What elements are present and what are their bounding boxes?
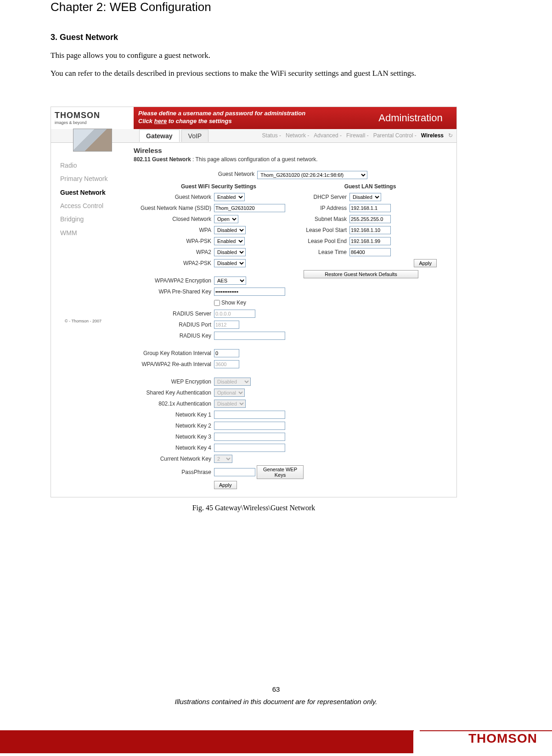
brand-bar: THOMSON bbox=[0, 717, 552, 753]
network-key-2-input[interactable] bbox=[214, 422, 285, 430]
apply-button-left[interactable]: Apply bbox=[214, 481, 237, 489]
apply-button-right[interactable]: Apply bbox=[414, 259, 437, 267]
lease-start-input[interactable] bbox=[349, 226, 391, 234]
guest-network-select[interactable]: Thom_G2631020 (02:26:24:1c:98:6f) bbox=[257, 171, 367, 179]
menu-network[interactable]: Network - bbox=[286, 132, 309, 139]
psk-input[interactable] bbox=[214, 288, 285, 296]
tab-gateway[interactable]: Gateway bbox=[139, 130, 180, 142]
mask-input[interactable] bbox=[349, 215, 391, 223]
wpa2-psk-select[interactable]: Disabled bbox=[214, 259, 246, 267]
brand-logo: THOMSON bbox=[468, 731, 537, 746]
sub-menu: Status - Network - Advanced - Firewall -… bbox=[208, 132, 456, 139]
ssid-input[interactable] bbox=[214, 204, 285, 212]
sidebar-item-bridging[interactable]: Bridging bbox=[60, 213, 129, 226]
section-title: 3. Guest Network bbox=[51, 33, 501, 42]
paragraph-1: This page allows you to configure a gues… bbox=[51, 51, 501, 61]
paragraph-2: You can refer to the details described i… bbox=[51, 68, 501, 79]
reauth-interval-input[interactable] bbox=[214, 360, 239, 368]
ip-input[interactable] bbox=[349, 204, 391, 212]
generate-wep-button[interactable]: Generate WEP Keys bbox=[257, 465, 304, 479]
tabs-row: Gateway VoIP Status - Network - Advanced… bbox=[51, 129, 456, 143]
wep-select[interactable]: Disabled bbox=[214, 378, 251, 386]
dhcp-select[interactable]: Disabled bbox=[349, 193, 381, 201]
page-number: 63 bbox=[0, 685, 552, 693]
wifi-section-header: Guest WiFi Security Settings bbox=[134, 183, 304, 190]
restore-defaults-button[interactable]: Restore Guest Network Defaults bbox=[304, 270, 418, 278]
banner-message: Please define a username and password fo… bbox=[134, 107, 365, 129]
sidebar-item-radio[interactable]: Radio bbox=[60, 159, 129, 172]
guest-network-enable-select[interactable]: Enabled bbox=[214, 193, 245, 201]
menu-firewall[interactable]: Firewall - bbox=[346, 132, 369, 139]
radius-server-input[interactable] bbox=[214, 310, 255, 318]
guest-network-top-label: Guest Network bbox=[218, 171, 257, 179]
menu-advanced[interactable]: Advanced - bbox=[314, 132, 342, 139]
disclaimer: Illustrations contained in this document… bbox=[0, 698, 552, 705]
main-panel: Wireless 802.11 Guest Network : This pag… bbox=[134, 143, 456, 497]
dot1x-select[interactable]: Disabled bbox=[214, 400, 246, 408]
menu-status[interactable]: Status - bbox=[262, 132, 281, 139]
radius-port-input[interactable] bbox=[214, 321, 239, 329]
menu-parental[interactable]: Parental Control - bbox=[373, 132, 417, 139]
closed-network-select[interactable]: Open bbox=[214, 215, 238, 223]
tab-voip[interactable]: VoIP bbox=[181, 130, 209, 142]
current-network-key-select[interactable]: 2 bbox=[214, 455, 232, 463]
banner-here-link[interactable]: here bbox=[154, 118, 167, 124]
figure-caption: Fig. 45 Gateway\Wireless\Guest Network bbox=[51, 504, 457, 512]
passphrase-input[interactable] bbox=[214, 468, 255, 476]
lan-section-header: Guest LAN Settings bbox=[304, 183, 437, 190]
logo-text: THOMSON bbox=[55, 111, 100, 120]
chapter-title: Chapter 2: WEB Configuration bbox=[51, 0, 501, 14]
guest-network-select-row: Guest Network Thom_G2631020 (02:26:24:1c… bbox=[134, 171, 452, 179]
menu-wireless[interactable]: Wireless bbox=[421, 132, 444, 139]
show-key-checkbox[interactable] bbox=[214, 300, 220, 306]
sidebar-item-wmm[interactable]: WMM bbox=[60, 226, 129, 240]
network-key-1-input[interactable] bbox=[214, 411, 285, 419]
hero-photo bbox=[73, 129, 112, 152]
network-key-4-input[interactable] bbox=[214, 444, 285, 452]
encryption-select[interactable]: AES bbox=[214, 276, 246, 285]
banner-title: Administration bbox=[365, 107, 456, 129]
show-key-label: Show Key bbox=[221, 299, 246, 306]
refresh-icon[interactable]: ↻ bbox=[448, 132, 453, 139]
group-key-interval-input[interactable] bbox=[214, 349, 239, 357]
banner-line2: Click here to change the settings bbox=[138, 118, 360, 125]
shared-key-auth-select[interactable]: Optional bbox=[214, 389, 245, 397]
wpa-select[interactable]: Disabled bbox=[214, 226, 246, 234]
sidebar-item-primary[interactable]: Primary Network bbox=[60, 172, 129, 186]
copyright: © - Thomson - 2007 bbox=[60, 313, 129, 329]
router-screenshot: THOMSON images & beyond Please define a … bbox=[51, 107, 457, 497]
page-desc: 802.11 Guest Network : This page allows … bbox=[134, 156, 452, 163]
sidebar-item-access[interactable]: Access Control bbox=[60, 199, 129, 213]
page-heading: Wireless bbox=[134, 147, 452, 154]
lease-time-input[interactable] bbox=[349, 248, 391, 256]
main-tabs: Gateway VoIP bbox=[134, 130, 208, 142]
sidebar-item-guest[interactable]: Guest Network bbox=[60, 186, 129, 199]
lease-end-input[interactable] bbox=[349, 237, 391, 245]
wpa2-select[interactable]: Disabled bbox=[214, 248, 246, 256]
sidebar: Radio Primary Network Guest Network Acce… bbox=[51, 143, 134, 497]
banner-line1: Please define a username and password fo… bbox=[138, 110, 360, 118]
wpa-psk-select[interactable]: Enabled bbox=[214, 237, 245, 245]
radius-key-input[interactable] bbox=[214, 332, 285, 340]
network-key-3-input[interactable] bbox=[214, 433, 285, 441]
